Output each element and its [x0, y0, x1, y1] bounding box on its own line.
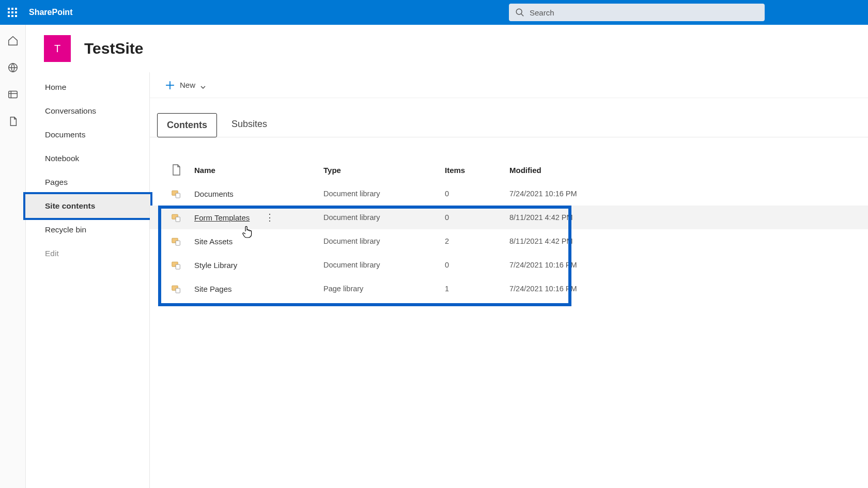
app-name: SharePoint [25, 8, 72, 17]
cell-name[interactable]: Site Pages [194, 285, 323, 293]
item-name-link[interactable]: Style Library [194, 261, 237, 270]
svg-rect-13 [176, 241, 180, 245]
header-icon-column [158, 164, 194, 176]
library-icon [158, 235, 194, 247]
site-logo[interactable]: T [44, 35, 71, 62]
nav-item-conversations[interactable]: Conversations [26, 99, 149, 123]
library-icon [158, 188, 194, 199]
cell-modified: 7/24/2021 10:16 PM [509, 285, 628, 293]
library-icon [158, 259, 194, 271]
nav-item-home[interactable]: Home [26, 75, 149, 99]
svg-rect-9 [176, 193, 180, 198]
header-items[interactable]: Items [445, 166, 509, 175]
cell-modified: 8/11/2021 4:42 PM [509, 237, 628, 245]
cell-items: 2 [445, 237, 509, 245]
nav-item-edit[interactable]: Edit [26, 242, 149, 265]
table-row[interactable]: Style LibraryDocument library07/24/2021 … [150, 253, 868, 277]
app-launcher-button[interactable] [0, 0, 25, 25]
more-actions-button[interactable]: ⋮ [265, 213, 274, 222]
library-icon [158, 212, 194, 223]
nav-item-recycle-bin[interactable]: Recycle bin [26, 218, 149, 242]
svg-rect-17 [176, 288, 180, 293]
cell-type: Document library [323, 237, 445, 245]
search-box[interactable] [509, 4, 765, 21]
nav-item-documents[interactable]: Documents [26, 123, 149, 147]
library-icon [158, 283, 194, 294]
item-name-link[interactable]: Form Templates [194, 213, 250, 222]
tab-subsites[interactable]: Subsites [222, 113, 276, 137]
cell-items: 0 [445, 261, 509, 269]
cell-type: Document library [323, 213, 445, 222]
tab-contents[interactable]: Contents [157, 113, 217, 137]
item-name-link[interactable]: Site Pages [194, 285, 232, 293]
item-name-link[interactable]: Documents [194, 190, 234, 198]
cell-name[interactable]: Documents [194, 190, 323, 198]
site-title: TestSite [84, 40, 143, 57]
header-type[interactable]: Type [323, 166, 445, 175]
table-header-row: Name Type Items Modified [150, 158, 868, 182]
left-nav: Home Conversations Documents Notebook Pa… [26, 72, 150, 488]
cell-type: Document library [323, 261, 445, 269]
cell-items: 0 [445, 190, 509, 198]
command-bar: New [150, 72, 868, 98]
new-button[interactable]: New [165, 81, 206, 90]
globe-icon[interactable] [7, 62, 19, 73]
app-rail [0, 25, 26, 488]
cell-items: 1 [445, 285, 509, 293]
item-name-link[interactable]: Site Assets [194, 237, 233, 246]
cell-type: Page library [323, 285, 445, 293]
search-input[interactable] [530, 8, 758, 17]
contents-table: Name Type Items Modified DocumentsDocume… [150, 158, 868, 301]
tabs: Contents Subsites [150, 113, 868, 137]
table-row[interactable]: DocumentsDocument library07/24/2021 10:1… [150, 182, 868, 206]
table-row[interactable]: Site AssetsDocument library28/11/2021 4:… [150, 229, 868, 253]
site-header: T TestSite [26, 25, 868, 72]
chevron-down-icon [200, 83, 206, 88]
svg-rect-15 [176, 264, 180, 269]
content-area: New Contents Subsites [150, 72, 868, 488]
svg-rect-11 [176, 217, 180, 222]
new-button-label: New [180, 81, 195, 89]
header-modified[interactable]: Modified [509, 166, 628, 175]
plus-icon [165, 81, 175, 90]
files-icon[interactable] [7, 116, 19, 127]
cell-name[interactable]: Style Library [194, 261, 323, 270]
search-icon [515, 8, 524, 17]
nav-item-pages[interactable]: Pages [26, 170, 149, 194]
cell-name[interactable]: Form Templates⋮ [194, 213, 323, 222]
home-icon[interactable] [7, 35, 19, 46]
cell-modified: 7/24/2021 10:16 PM [509, 261, 628, 269]
nav-item-notebook[interactable]: Notebook [26, 147, 149, 170]
news-icon[interactable] [7, 89, 19, 100]
table-row[interactable]: Site PagesPage library17/24/2021 10:16 P… [150, 277, 868, 301]
header-name[interactable]: Name [194, 166, 323, 175]
svg-point-0 [516, 9, 522, 14]
waffle-icon [8, 8, 17, 17]
cell-type: Document library [323, 190, 445, 198]
svg-line-1 [521, 14, 524, 17]
cell-modified: 7/24/2021 10:16 PM [509, 190, 628, 198]
nav-item-site-contents[interactable]: Site contents [26, 194, 149, 218]
svg-rect-3 [8, 91, 17, 98]
cell-name[interactable]: Site Assets [194, 237, 323, 246]
table-row[interactable]: Form Templates⋮Document library08/11/202… [150, 206, 868, 229]
cell-items: 0 [445, 213, 509, 222]
cell-modified: 8/11/2021 4:42 PM [509, 213, 628, 222]
